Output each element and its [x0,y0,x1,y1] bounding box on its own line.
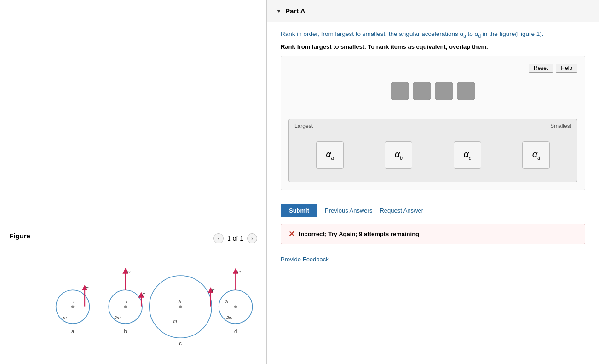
svg-point-17 [179,305,182,308]
part-collapse-icon[interactable]: ▼ [276,8,282,14]
svg-text:2r: 2r [178,300,182,304]
svg-text:2F: 2F [236,270,242,274]
help-button[interactable]: Help [556,64,577,73]
error-icon: ✕ [288,230,294,238]
next-figure-button[interactable]: › [247,233,257,243]
question-text: Rank in order, from largest to smallest,… [281,29,585,40]
figure-label: Figure [9,232,30,240]
svg-text:r: r [73,300,75,304]
svg-text:d: d [234,329,237,334]
svg-text:F: F [212,289,215,293]
svg-text:m: m [173,319,177,324]
rank-item-b-label: αb [395,149,403,161]
rank-item-b[interactable]: αb [385,141,412,169]
ranking-top-buttons: Reset Help [288,64,577,73]
figure-page: 1 of 1 [227,235,243,242]
svg-text:F: F [142,292,145,297]
provide-feedback-area: Provide Feedback [267,252,599,272]
figure-nav: ‹ 1 of 1 › [213,233,257,243]
rank-items: αa αb αc αd [294,132,571,178]
action-row: Submit Previous Answers Request Answer [267,197,599,224]
rank-labels: Largest Smallest [294,123,571,129]
svg-point-24 [234,305,237,308]
rank-item-c[interactable]: αc [454,141,481,169]
rank-item-a[interactable]: αa [316,141,344,169]
request-answer-link[interactable]: Request Answer [380,207,423,214]
svg-point-8 [124,305,127,308]
largest-label: Largest [294,123,313,129]
rank-item-d[interactable]: αd [522,141,550,169]
reset-button[interactable]: Reset [529,64,553,73]
drag-slot-1[interactable] [391,82,409,100]
left-panel: Figure ‹ 1 of 1 › F m r a 2F [0,0,267,364]
svg-text:r: r [126,300,128,304]
rank-item-a-label: αa [326,149,334,161]
rank-item-d-label: αd [532,149,540,161]
svg-text:b: b [124,329,127,334]
svg-text:a: a [71,329,75,334]
prev-figure-button[interactable]: ‹ [213,233,224,243]
rank-item-c-label: αc [464,149,471,161]
rank-container: Largest Smallest αa αb αc αd [288,119,577,182]
svg-text:c: c [179,341,182,346]
svg-text:2m: 2m [226,315,232,320]
ranking-box: Reset Help Largest Smallest αa [281,56,585,190]
smallest-label: Smallest [550,123,571,129]
part-header: ▼ Part A [267,0,599,22]
error-box: ✕ Incorrect; Try Again; 9 attempts remai… [281,224,585,244]
figure-canvas: F m r a 2F F 2m r b [37,249,257,350]
drag-slot-3[interactable] [435,82,453,100]
previous-answers-link[interactable]: Previous Answers [325,207,372,214]
svg-text:F: F [86,286,89,291]
submit-button[interactable]: Submit [281,204,317,217]
svg-text:2r: 2r [225,300,229,304]
svg-point-1 [71,305,74,308]
figure-divider [9,245,257,245]
drag-slot-4[interactable] [457,82,475,100]
part-title: Part A [285,7,305,15]
svg-text:2F: 2F [127,270,132,274]
svg-text:2m: 2m [114,315,121,320]
drag-slot-2[interactable] [413,82,431,100]
drag-slots [288,82,577,100]
provide-feedback-link[interactable]: Provide Feedback [281,256,329,263]
rank-instruction: Rank from largest to smallest. To rank i… [281,43,585,50]
error-text: Incorrect; Try Again; 9 attempts remaini… [299,231,419,237]
right-panel: ▼ Part A Rank in order, from largest to … [267,0,599,364]
svg-text:m: m [63,315,67,320]
question-area: Rank in order, from largest to smallest,… [267,22,599,197]
